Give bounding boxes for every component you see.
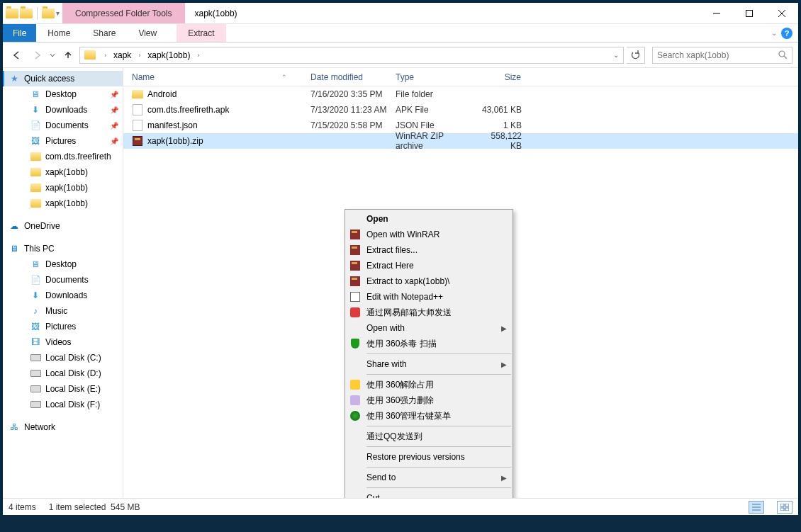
file-date: 7/13/2020 11:23 AM: [306, 105, 391, 115]
context-menu-item[interactable]: Share with▶: [345, 356, 512, 372]
sidebar-item-desktop[interactable]: 🖥Desktop📌: [3, 86, 123, 102]
tab-home[interactable]: Home: [36, 24, 82, 42]
back-button[interactable]: [9, 47, 26, 64]
view-details-button[interactable]: [749, 501, 764, 514]
view-large-icons-button[interactable]: [777, 501, 792, 514]
sidebar-item-onedrive[interactable]: ☁OneDrive: [3, 218, 123, 234]
column-size[interactable]: Size: [475, 72, 526, 82]
sidebar-item-drive-f[interactable]: Local Disk (F:): [3, 397, 123, 412]
search-box[interactable]: [652, 47, 792, 64]
chevron-right-icon[interactable]: ›: [101, 52, 109, 59]
column-name[interactable]: Name⌃: [128, 72, 306, 82]
taskbar[interactable]: [0, 515, 801, 532]
chevron-right-icon[interactable]: ›: [194, 52, 202, 59]
sidebar-item-tp-downloads[interactable]: ⬇Downloads: [3, 288, 123, 303]
sidebar-item-tp-videos[interactable]: 🎞Videos: [3, 334, 123, 350]
search-icon[interactable]: [778, 50, 788, 60]
sidebar-item-tp-documents[interactable]: 📄Documents: [3, 272, 123, 288]
sidebar-item-tp-music[interactable]: ♪Music: [3, 303, 123, 319]
menu-separator: [366, 426, 511, 426]
sidebar-label: Quick access: [24, 74, 74, 84]
sidebar-item-pinned[interactable]: xapk(1obb): [3, 196, 123, 211]
context-menu-item[interactable]: 通过QQ发送到: [345, 429, 512, 444]
file-row[interactable]: Android7/16/2020 3:35 PMFile folder: [123, 86, 798, 102]
up-button[interactable]: [60, 47, 77, 64]
column-type[interactable]: Type: [391, 72, 475, 82]
menu-separator: [366, 487, 511, 488]
tab-view[interactable]: View: [127, 24, 168, 42]
qat-folder-button[interactable]: [20, 7, 33, 20]
breadcrumb-seg-2[interactable]: xapk(1obb): [145, 50, 193, 60]
sidebar-item-network[interactable]: 🖧Network: [3, 419, 123, 435]
menu-item-icon: [348, 229, 362, 240]
sidebar-item-pinned[interactable]: com.dts.freefireth: [3, 149, 123, 164]
sidebar-item-pinned[interactable]: xapk(1obb): [3, 164, 123, 180]
sidebar-item-tp-pictures[interactable]: 🖼Pictures: [3, 319, 123, 334]
sidebar-item-quick-access[interactable]: ★ Quick access: [3, 71, 123, 86]
sidebar-item-drive-d[interactable]: Local Disk (D:): [3, 366, 123, 381]
sidebar-item-drive-e[interactable]: Local Disk (E:): [3, 381, 123, 397]
breadcrumb-seg-1[interactable]: xapk: [111, 50, 134, 60]
tab-file[interactable]: File: [3, 24, 36, 42]
chevron-right-icon[interactable]: ›: [135, 52, 143, 59]
context-menu-item[interactable]: Open: [345, 211, 512, 227]
sidebar-item-drive-c[interactable]: Local Disk (C:): [3, 350, 123, 366]
context-menu-item[interactable]: Restore previous versions: [345, 449, 512, 465]
address-dropdown-icon[interactable]: ⌄: [610, 51, 622, 59]
cloud-icon: ☁: [9, 220, 20, 232]
context-menu-item[interactable]: Extract to xapk(1obb)\: [345, 273, 512, 289]
sidebar-item-downloads[interactable]: ⬇Downloads📌: [3, 102, 123, 118]
context-menu-item[interactable]: 使用 360解除占用: [345, 377, 512, 392]
sidebar-item-tp-desktop[interactable]: 🖥Desktop: [3, 256, 123, 272]
qat-open-folder-button[interactable]: [42, 7, 55, 20]
context-menu-item[interactable]: Cut: [345, 490, 512, 498]
menu-item-icon: [348, 410, 362, 421]
context-menu-item[interactable]: 使用 360管理右键菜单: [345, 408, 512, 424]
status-selected: 1 item selected 545 MB: [49, 502, 140, 512]
context-menu-item[interactable]: Extract files...: [345, 242, 512, 258]
qat-dropdown-icon[interactable]: ▾: [56, 9, 60, 17]
column-date[interactable]: Date modified: [306, 72, 391, 82]
close-button[interactable]: [766, 3, 798, 23]
recent-dropdown-icon[interactable]: [48, 47, 57, 64]
context-menu-item[interactable]: Send to▶: [345, 470, 512, 485]
pictures-icon: 🖼: [30, 135, 41, 147]
ribbon-context-tab[interactable]: Compressed Folder Tools: [62, 3, 185, 23]
pc-icon: 🖥: [9, 243, 20, 254]
sidebar-item-documents[interactable]: 📄Documents📌: [3, 118, 123, 133]
svg-rect-11: [780, 508, 784, 511]
menu-item-icon: [348, 431, 362, 442]
downloads-icon: ⬇: [30, 104, 41, 115]
context-menu-item[interactable]: 通过网易邮箱大师发送: [345, 305, 512, 320]
file-row[interactable]: com.dts.freefireth.apk7/13/2020 11:23 AM…: [123, 102, 798, 118]
navigation-pane[interactable]: ★ Quick access 🖥Desktop📌 ⬇Downloads📌 📄Do…: [3, 68, 123, 498]
search-input[interactable]: [657, 50, 775, 60]
context-menu-item[interactable]: 使用 360强力删除: [345, 392, 512, 408]
context-menu-item[interactable]: 使用 360杀毒 扫描: [345, 336, 512, 351]
window-title: xapk(1obb): [185, 3, 700, 23]
sidebar-item-pictures[interactable]: 🖼Pictures📌: [3, 133, 123, 149]
tab-share[interactable]: Share: [82, 24, 127, 42]
help-button[interactable]: ?: [781, 28, 792, 39]
sidebar-item-this-pc[interactable]: 🖥This PC: [3, 241, 123, 256]
menu-item-label: 使用 360强力删除: [366, 395, 507, 407]
tab-extract[interactable]: Extract: [177, 24, 225, 42]
folder-icon: [30, 151, 41, 162]
menu-item-icon: [348, 358, 362, 370]
context-menu-item[interactable]: Extract Here: [345, 258, 512, 273]
context-menu-item[interactable]: Open with▶: [345, 320, 512, 336]
breadcrumb-root-icon[interactable]: [82, 50, 100, 60]
sidebar-item-pinned[interactable]: xapk(1obb): [3, 180, 123, 196]
context-menu-item[interactable]: Open with WinRAR: [345, 227, 512, 242]
menu-item-label: Share with: [366, 359, 497, 369]
minimize-button[interactable]: [700, 3, 733, 23]
address-bar[interactable]: › xapk › xapk(1obb) › ⌄: [79, 47, 624, 64]
refresh-button[interactable]: [627, 47, 645, 64]
maximize-button[interactable]: [733, 3, 766, 23]
ribbon-expand-icon[interactable]: ⌄: [771, 29, 777, 37]
file-row[interactable]: xapk(1obb).zipWinRAR ZIP archive558,122 …: [123, 133, 798, 149]
context-menu-item[interactable]: Edit with Notepad++: [345, 289, 512, 305]
submenu-arrow-icon: ▶: [501, 324, 507, 332]
forward-button[interactable]: [28, 47, 45, 64]
file-type: File folder: [391, 89, 475, 99]
